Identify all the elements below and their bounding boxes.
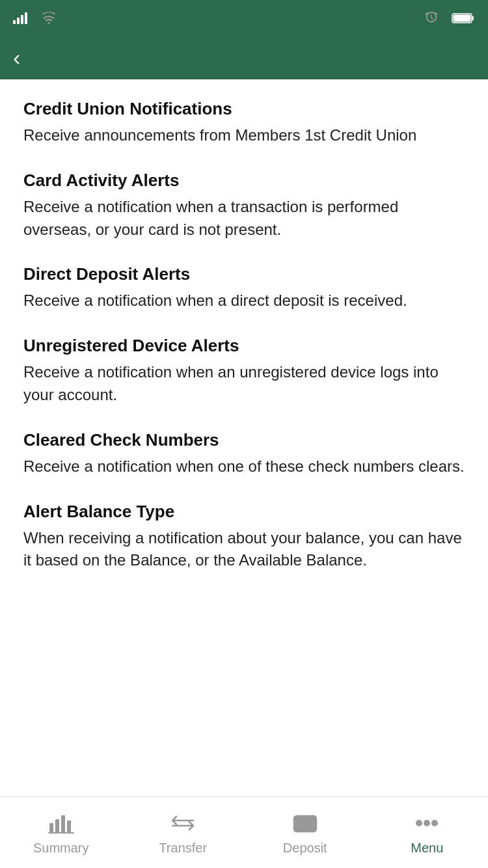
section-direct-deposit-alerts: Direct Deposit AlertsReceive a notificat…: [23, 264, 465, 312]
section-credit-union-notifications: Credit Union NotificationsReceive announ…: [23, 99, 465, 147]
svg-rect-4: [55, 819, 59, 832]
svg-point-14: [431, 820, 438, 826]
section-desc-credit-union-notifications: Receive announcements from Members 1st C…: [23, 124, 465, 147]
section-desc-alert-balance-type: When receiving a notification about your…: [23, 527, 465, 573]
nav-icon-deposit: [288, 809, 322, 837]
section-title-credit-union-notifications: Credit Union Notifications: [23, 99, 465, 119]
section-alert-balance-type: Alert Balance TypeWhen receiving a notif…: [23, 502, 465, 573]
back-button[interactable]: ‹: [13, 46, 20, 68]
nav-icon-menu: [410, 809, 444, 837]
section-cleared-check-numbers: Cleared Check NumbersReceive a notificat…: [23, 430, 465, 478]
nav-label-transfer: Transfer: [159, 841, 207, 856]
svg-point-10: [303, 821, 308, 826]
alarm-icon: [424, 11, 439, 25]
section-title-unregistered-device-alerts: Unregistered Device Alerts: [23, 336, 465, 356]
nav-label-summary: Summary: [33, 841, 89, 856]
nav-icon-summary: [44, 809, 78, 837]
svg-rect-7: [48, 832, 74, 834]
status-bar: [0, 0, 488, 35]
bottom-nav: SummaryTransferDepositMenu: [0, 796, 488, 868]
nav-item-transfer[interactable]: Transfer: [122, 809, 245, 856]
section-title-direct-deposit-alerts: Direct Deposit Alerts: [23, 264, 465, 284]
svg-rect-6: [67, 821, 71, 832]
svg-rect-2: [454, 15, 471, 22]
section-desc-card-activity-alerts: Receive a notification when a transactio…: [23, 196, 465, 241]
section-card-activity-alerts: Card Activity AlertsReceive a notificati…: [23, 170, 465, 241]
wifi-icon: [40, 12, 57, 25]
svg-point-13: [424, 820, 430, 826]
status-left: [13, 12, 57, 25]
signal-icon: [13, 12, 27, 24]
nav-item-summary[interactable]: Summary: [0, 809, 122, 856]
nav-label-deposit: Deposit: [283, 841, 327, 856]
svg-rect-1: [472, 16, 474, 20]
section-desc-direct-deposit-alerts: Receive a notification when a direct dep…: [23, 290, 465, 312]
settings-info-content: Credit Union NotificationsReceive announ…: [0, 79, 488, 796]
battery-icon: [452, 12, 475, 24]
nav-label-menu: Menu: [411, 841, 443, 856]
section-desc-unregistered-device-alerts: Receive a notification when an unregiste…: [23, 361, 465, 407]
section-unregistered-device-alerts: Unregistered Device AlertsReceive a noti…: [23, 336, 465, 407]
svg-point-11: [312, 817, 316, 821]
nav-item-menu[interactable]: Menu: [366, 809, 489, 856]
section-title-cleared-check-numbers: Cleared Check Numbers: [23, 430, 465, 450]
section-title-card-activity-alerts: Card Activity Alerts: [23, 170, 465, 191]
header: ‹: [0, 35, 488, 79]
nav-item-deposit[interactable]: Deposit: [244, 809, 366, 856]
svg-rect-5: [61, 815, 65, 832]
status-right: [424, 11, 475, 25]
svg-point-12: [416, 820, 422, 826]
svg-rect-3: [49, 823, 53, 832]
nav-icon-transfer: [166, 809, 200, 837]
section-desc-cleared-check-numbers: Receive a notification when one of these…: [23, 455, 465, 478]
section-title-alert-balance-type: Alert Balance Type: [23, 502, 465, 522]
